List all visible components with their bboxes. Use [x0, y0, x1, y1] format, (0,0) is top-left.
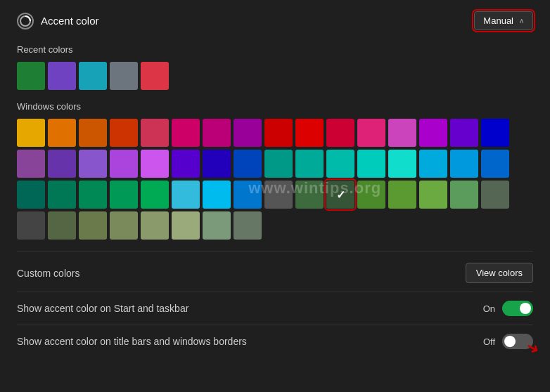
custom-colors-row: Custom colors View colors [17, 251, 533, 292]
windows-color-swatch[interactable] [110, 181, 138, 209]
accent-color-icon [17, 13, 34, 30]
windows-color-swatch[interactable] [295, 119, 324, 147]
windows-colors-label: Windows colors [17, 101, 533, 112]
recent-colors-grid [17, 62, 533, 90]
recent-color-swatch[interactable] [79, 62, 107, 90]
windows-color-swatch[interactable] [264, 181, 293, 209]
windows-color-swatch[interactable] [48, 119, 76, 147]
windows-color-swatch[interactable] [141, 119, 169, 147]
windows-color-swatch[interactable] [17, 181, 45, 209]
windows-color-swatch[interactable] [141, 150, 169, 178]
taskbar-toggle-group: On [483, 301, 533, 316]
taskbar-accent-row: Show accent color on Start and taskbar O… [17, 292, 533, 325]
taskbar-accent-label: Show accent color on Start and taskbar [17, 303, 188, 314]
recent-colors-label: Recent colors [17, 44, 533, 55]
custom-colors-label: Custom colors [17, 268, 79, 279]
titlebars-toggle-thumb [504, 336, 516, 347]
windows-color-swatch[interactable] [481, 181, 509, 209]
recent-color-swatch[interactable] [110, 62, 138, 90]
header-left: Accent color [17, 13, 99, 30]
windows-color-swatch[interactable] [326, 150, 354, 178]
windows-color-swatch[interactable] [203, 181, 231, 209]
windows-color-swatch[interactable] [110, 150, 138, 178]
titlebars-accent-row: Show accent color on title bars and wind… [17, 325, 533, 358]
recent-color-swatch[interactable] [141, 62, 169, 90]
windows-color-swatch[interactable] [450, 181, 478, 209]
windows-colors-grid [17, 119, 533, 240]
windows-color-swatch[interactable] [79, 181, 107, 209]
taskbar-toggle[interactable] [502, 301, 533, 316]
windows-color-swatch[interactable] [79, 150, 107, 178]
windows-color-swatch[interactable] [79, 119, 107, 147]
windows-color-swatch[interactable] [419, 150, 447, 178]
windows-color-swatch[interactable] [388, 150, 416, 178]
windows-color-swatch[interactable] [203, 211, 231, 240]
windows-color-swatch[interactable] [234, 150, 262, 178]
windows-color-swatch[interactable] [17, 211, 45, 240]
windows-color-swatch[interactable] [48, 211, 76, 240]
windows-color-swatch[interactable] [172, 181, 200, 209]
windows-color-swatch[interactable] [388, 181, 416, 209]
windows-color-swatch[interactable] [295, 181, 324, 209]
windows-color-swatch[interactable] [234, 181, 262, 209]
windows-color-swatch[interactable] [264, 119, 293, 147]
windows-color-swatch[interactable] [357, 150, 385, 178]
windows-color-swatch[interactable] [419, 181, 447, 209]
titlebars-toggle-label: Off [483, 337, 495, 347]
windows-color-swatch[interactable] [203, 119, 231, 147]
windows-color-swatch[interactable] [481, 150, 509, 178]
header-row: Accent color Manual ∧ [17, 11, 533, 30]
windows-color-swatch[interactable] [234, 211, 262, 240]
windows-color-swatch[interactable] [295, 150, 324, 178]
windows-color-swatch[interactable] [110, 119, 138, 147]
windows-color-swatch[interactable] [48, 181, 76, 209]
windows-color-swatch[interactable] [357, 119, 385, 147]
chevron-up-icon: ∧ [519, 17, 524, 25]
recent-color-swatch[interactable] [17, 62, 45, 90]
windows-color-swatch[interactable] [17, 150, 45, 178]
titlebars-accent-label: Show accent color on title bars and wind… [17, 336, 247, 347]
windows-color-swatch[interactable] [264, 150, 293, 178]
recent-color-swatch[interactable] [48, 62, 76, 90]
windows-color-swatch[interactable] [17, 119, 45, 147]
windows-color-swatch[interactable] [481, 119, 509, 147]
view-colors-button[interactable]: View colors [466, 263, 533, 283]
windows-color-swatch[interactable] [141, 181, 169, 209]
accent-color-panel: Accent color Manual ∧ Recent colors Wind… [0, 0, 550, 392]
windows-color-swatch[interactable] [326, 181, 354, 209]
windows-color-swatch[interactable] [110, 211, 138, 240]
windows-color-swatch[interactable] [450, 119, 478, 147]
windows-color-swatch[interactable] [326, 119, 354, 147]
windows-color-swatch[interactable] [141, 211, 169, 240]
page-title: Accent color [41, 15, 99, 27]
dropdown-label: Manual [483, 15, 513, 26]
taskbar-toggle-thumb [520, 303, 531, 314]
windows-color-swatch[interactable] [172, 211, 200, 240]
taskbar-toggle-label: On [483, 303, 495, 314]
windows-color-swatch[interactable] [172, 150, 200, 178]
windows-color-swatch[interactable] [234, 119, 262, 147]
windows-color-swatch[interactable] [388, 119, 416, 147]
windows-color-swatch[interactable] [48, 150, 76, 178]
windows-color-swatch[interactable] [172, 119, 200, 147]
windows-color-swatch[interactable] [357, 181, 385, 209]
windows-color-swatch[interactable] [79, 211, 107, 240]
windows-color-swatch[interactable] [203, 150, 231, 178]
windows-color-swatch[interactable] [419, 119, 447, 147]
windows-color-swatch[interactable] [450, 150, 478, 178]
mode-dropdown[interactable]: Manual ∧ [474, 11, 533, 30]
